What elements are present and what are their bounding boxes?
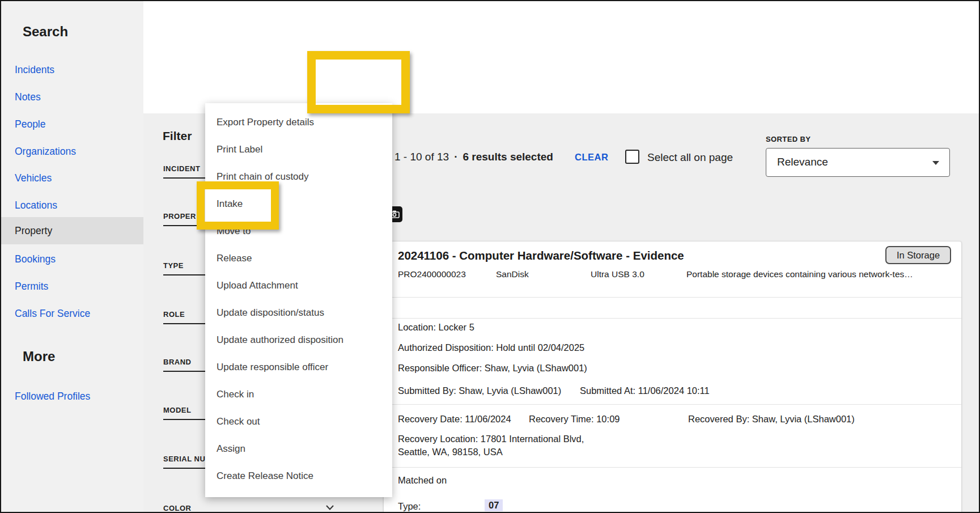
property-title: 20241106 - Computer Hardware/Software - …	[398, 249, 684, 262]
menu-item-check-out[interactable]: Check out	[205, 408, 392, 435]
sidebar-item-followed-profiles[interactable]: Followed Profiles	[1, 383, 143, 410]
sort-select[interactable]: Relevance	[766, 148, 950, 177]
filter-label: INCIDENT	[163, 164, 200, 173]
divider	[384, 318, 961, 319]
divider	[384, 404, 961, 405]
menu-item-release[interactable]: Release	[205, 245, 392, 272]
sorted-by-label: SORTED BY	[766, 135, 811, 143]
matched-type-value: 07	[485, 499, 503, 511]
recovery-time-line: Recovery Time: 10:09	[529, 414, 620, 425]
submitted-at-line: Submitted At: 11/06/2024 10:11	[580, 385, 710, 396]
menu-item-update-disposition-status[interactable]: Update disposition/status	[205, 299, 392, 327]
matched-type-label: Type:	[398, 501, 421, 512]
recovered-by-line: Recovered By: Shaw, Lyvia (LShaw001)	[688, 414, 855, 425]
filter-label: ROLE	[163, 310, 185, 319]
sidebar-item-calls-for-service[interactable]: Calls For Service	[1, 300, 143, 327]
property-description: Portable storage devices containing vari…	[686, 269, 913, 279]
submitted-by-line: Submitted By: Shaw, Lyvia (LShaw001)	[398, 385, 561, 396]
sidebar-item-organizations[interactable]: Organizations	[1, 138, 143, 165]
divider	[384, 467, 961, 468]
search-section	[143, 1, 979, 113]
filter-label: COLOR	[163, 504, 191, 512]
authorized-disposition-line: Authorized Disposition: Hold until 02/04…	[398, 342, 584, 353]
clear-selection-link[interactable]: CLEAR	[575, 152, 608, 163]
recovery-location-line2: Seattle, WA, 98158, USA	[398, 447, 503, 457]
menu-item-move-to[interactable]: Move to	[205, 218, 392, 245]
menu-item-print-chain-of-custody[interactable]: Print chain of custody	[205, 163, 392, 190]
sort-select-value: Relevance	[777, 156, 828, 168]
menu-item-update-responsible-officer[interactable]: Update responsible officer	[205, 354, 392, 381]
sidebar-item-property[interactable]: Property	[1, 217, 143, 244]
menu-item-assign[interactable]: Assign	[205, 435, 392, 463]
dropdown-caret-icon	[932, 161, 939, 165]
select-all-label: Select all on page	[647, 151, 733, 164]
results-range: 1 - 10 of 13	[394, 151, 449, 163]
menu-item-print-label[interactable]: Print Label	[205, 136, 392, 163]
sidebar-more-heading: More	[23, 349, 55, 364]
property-model: Ultra USB 3.0	[591, 269, 644, 279]
sidebar-item-locations[interactable]: Locations	[1, 192, 143, 219]
results-selected-count: 6 results selected	[463, 151, 553, 163]
responsible-officer-line: Responsible Officer: Shaw, Lyvia (LShaw0…	[398, 363, 587, 374]
recovery-date-line: Recovery Date: 11/06/2024	[398, 414, 511, 425]
property-id: PRO2400000023	[398, 269, 466, 279]
location-line: Location: Locker 5	[398, 322, 474, 333]
menu-item-check-in[interactable]: Check in	[205, 381, 392, 408]
sidebar-item-vehicles[interactable]: Vehicles	[1, 164, 143, 192]
filter-field-color[interactable]: COLOR	[163, 503, 340, 513]
results-count: 1 - 10 of 13 · 6 results selected	[394, 151, 553, 163]
app-window: Search Incidents Notes People Organizati…	[0, 0, 980, 513]
menu-item-intake[interactable]: Intake	[205, 190, 392, 218]
sidebar-item-people[interactable]: People	[1, 111, 143, 138]
filter-label: MODEL	[163, 406, 191, 414]
filter-label: SERIAL NU	[163, 455, 205, 463]
property-result-card[interactable]: 20241106 - Computer Hardware/Software - …	[383, 241, 962, 513]
filters-heading: Filter	[163, 129, 192, 143]
filter-label: BRAND	[163, 358, 191, 366]
filter-label: PROPER	[163, 212, 196, 221]
results-separator: ·	[454, 151, 457, 163]
sidebar-search-heading: Search	[23, 24, 68, 40]
matched-on-label: Matched on	[398, 475, 447, 486]
menu-item-create-release-notice[interactable]: Create Release Notice	[205, 463, 392, 490]
recovery-location-line1: Recovery Location: 17801 International B…	[398, 434, 584, 444]
sidebar-item-incidents[interactable]: Incidents	[1, 56, 143, 83]
filter-label: TYPE	[163, 261, 184, 270]
menu-item-upload-attachment[interactable]: Upload Attachment	[205, 272, 392, 299]
select-all-checkbox[interactable]	[625, 150, 639, 164]
sidebar-item-bookings[interactable]: Bookings	[1, 245, 143, 273]
sidebar-item-notes[interactable]: Notes	[1, 83, 143, 111]
chevron-down-icon[interactable]	[325, 504, 334, 511]
status-badge: In Storage	[885, 246, 951, 264]
menu-item-update-authorized-disposition[interactable]: Update authorized disposition	[205, 327, 392, 354]
menu-item-export-property-details[interactable]: Export Property details	[205, 109, 392, 136]
sidebar-item-permits[interactable]: Permits	[1, 273, 143, 300]
divider	[384, 297, 961, 298]
sidebar: Search Incidents Notes People Organizati…	[1, 1, 143, 512]
property-brand: SanDisk	[496, 269, 529, 279]
actions-dropdown-menu: Export Property details Print Label Prin…	[205, 103, 392, 497]
